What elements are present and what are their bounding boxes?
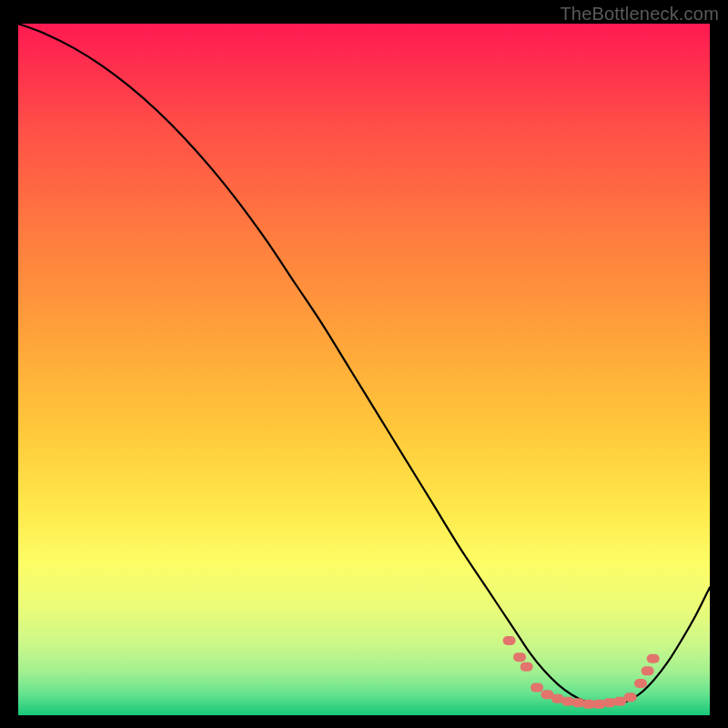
marker-dot (624, 693, 637, 702)
app-frame: TheBottleneck.com (0, 0, 728, 728)
marker-dot (531, 683, 543, 693)
watermark-text: TheBottleneck.com (560, 4, 719, 25)
marker-dot (647, 654, 660, 663)
bottleneck-chart (18, 24, 710, 715)
marker-dot (503, 636, 516, 645)
marker-dot (642, 666, 654, 675)
marker-dot (521, 662, 533, 672)
marker-dot (634, 679, 647, 688)
gradient-background (18, 24, 710, 715)
marker-dot (513, 652, 526, 662)
plot-area (18, 24, 710, 715)
